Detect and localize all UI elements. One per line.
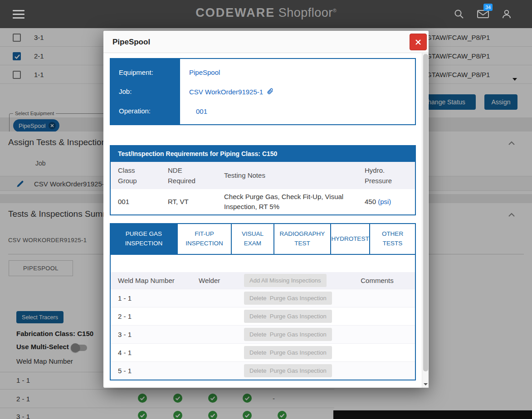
info-values-column: PipeSpool CSV WorkOrder91925-1 001 xyxy=(180,59,415,124)
weld-map-number: 1 - 1 xyxy=(118,294,199,302)
job-label: Job: xyxy=(119,88,180,95)
tab-visual-exam[interactable]: VISUAL EXAM xyxy=(231,224,273,254)
requirements-panel: Test/Inspection Requirements for Piping … xyxy=(110,145,416,215)
job-value-link[interactable]: CSV WorkOrder91925-1 xyxy=(189,88,263,96)
inspection-row: 3 - 1 Delete Purge Gas Inspection xyxy=(111,325,415,343)
brand-reg: ® xyxy=(333,8,337,13)
paperclip-icon[interactable] xyxy=(267,88,273,96)
class-group-value: 001 xyxy=(118,198,168,205)
modal-body: Equipment: Job: Operation: PipeSpool CSV… xyxy=(103,53,422,388)
requirements-header: Test/Inspection Requirements for Piping … xyxy=(111,146,415,162)
mail-badge: 34 xyxy=(483,4,493,11)
delete-purge-gas-inspection-button[interactable]: Delete Purge Gas Inspection xyxy=(244,310,332,323)
close-icon[interactable] xyxy=(410,34,427,50)
equipment-value-link[interactable]: PipeSpool xyxy=(189,68,220,76)
weld-map-number: 4 - 1 xyxy=(118,349,199,356)
info-labels-column: Equipment: Job: Operation: xyxy=(111,59,180,124)
modal-title: PipeSpool xyxy=(112,31,150,53)
weld-map-number: 2 - 1 xyxy=(118,312,199,320)
pipespool-modal: PipeSpool Equipment: Job: Operation: Pip… xyxy=(103,31,429,388)
tab-radiography-test[interactable]: RADIOGRAPHY TEST xyxy=(273,224,330,254)
tab-hydrotest[interactable]: HYDROTEST xyxy=(330,224,369,254)
weld-map-number-header: Weld Map Number xyxy=(118,277,199,284)
nde-required-header: NDE Required xyxy=(168,165,224,186)
tabs-spacer xyxy=(111,255,415,272)
testing-notes-header: Testing Notes xyxy=(224,170,365,180)
hydro-value: 450 xyxy=(365,198,376,205)
tab-other-tests[interactable]: OTHER TESTS xyxy=(369,224,415,254)
delete-purge-gas-inspection-button[interactable]: Delete Purge Gas Inspection xyxy=(244,292,332,305)
weld-map-number: 5 - 1 xyxy=(118,367,199,375)
operation-label: Operation: xyxy=(119,107,180,115)
comments-header: Comments xyxy=(339,277,415,284)
inspection-tabs: PURGE GAS INSPECTION FIT-UP INSPECTION V… xyxy=(111,224,415,255)
brand-primary: CODEWARE xyxy=(195,6,275,19)
topbar: CODEWARE Shopfloor® 34 xyxy=(0,0,532,28)
equipment-info-panel: Equipment: Job: Operation: PipeSpool CSV… xyxy=(110,58,416,125)
inspection-row: 4 - 1 Delete Purge Gas Inspection xyxy=(111,343,415,361)
inspections-panel: PURGE GAS INSPECTION FIT-UP INSPECTION V… xyxy=(110,223,416,380)
brand-secondary: Shopfloor xyxy=(278,6,333,19)
equipment-label: Equipment: xyxy=(119,68,180,76)
modal-scrollbar[interactable] xyxy=(422,53,429,388)
app-logo: CODEWARE Shopfloor® xyxy=(195,6,337,20)
requirements-data-row: 001 RT, VT Check Purge Gas, Check Fit-Up… xyxy=(111,189,415,214)
testing-notes-value: Check Purge Gas, Check Fit-Up, Visual In… xyxy=(224,189,365,214)
inspection-column-headers: Weld Map Number Welder Add All Missing I… xyxy=(111,272,415,289)
welder-header: Welder xyxy=(199,277,244,284)
delete-purge-gas-inspection-button[interactable]: Delete Purge Gas Inspection xyxy=(244,346,332,359)
tab-purge-gas-inspection[interactable]: PURGE GAS INSPECTION xyxy=(111,224,177,254)
inspection-row: 1 - 1 Delete Purge Gas Inspection xyxy=(111,289,415,307)
modal-header: PipeSpool xyxy=(103,31,429,53)
inspection-row: 2 - 1 Delete Purge Gas Inspection xyxy=(111,307,415,325)
tab-fit-up-inspection[interactable]: FIT-UP INSPECTION xyxy=(177,224,231,254)
inspection-row: 5 - 1 Delete Purge Gas Inspection xyxy=(111,361,415,380)
delete-purge-gas-inspection-button[interactable]: Delete Purge Gas Inspection xyxy=(244,328,332,341)
search-icon[interactable] xyxy=(454,9,464,19)
menu-icon[interactable] xyxy=(13,10,24,19)
requirements-column-headers: Class Group NDE Required Testing Notes H… xyxy=(111,162,415,189)
psi-link[interactable]: (psi) xyxy=(378,198,391,205)
hydro-pressure-header: Hydro. Pressure xyxy=(365,165,415,186)
user-icon[interactable] xyxy=(501,9,512,19)
add-all-missing-inspections-button[interactable]: Add All Missing Inspections xyxy=(244,274,327,287)
delete-purge-gas-inspection-button[interactable]: Delete Purge Gas Inspection xyxy=(244,364,332,377)
scrollbar-down-arrow[interactable] xyxy=(422,380,429,388)
weld-map-number: 3 - 1 xyxy=(118,331,199,338)
operation-value-link[interactable]: 001 xyxy=(196,107,207,115)
class-group-header: Class Group xyxy=(118,165,168,186)
nde-required-value: RT, VT xyxy=(168,198,224,205)
hydro-pressure-value: 450 (psi) xyxy=(365,198,415,205)
scrollbar-thumb[interactable] xyxy=(423,54,428,371)
app-screen: CODEWARE Shopfloor® 34 3-1 GTAW/FCAW_P8/… xyxy=(0,0,532,419)
